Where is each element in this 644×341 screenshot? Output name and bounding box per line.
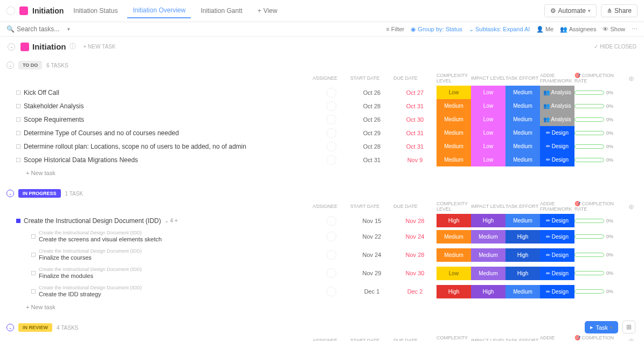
- collapse-icon[interactable]: ⌄: [6, 324, 14, 331]
- due-date[interactable]: Oct 31: [393, 103, 437, 109]
- complexity-tag[interactable]: High: [437, 214, 471, 227]
- filter-chip[interactable]: ≡ Filter: [386, 26, 404, 32]
- status-pill[interactable]: IN PROGRESS: [18, 189, 61, 198]
- start-date[interactable]: Oct 28: [350, 143, 393, 150]
- task-row[interactable]: Scope Requirements Oct 26 Oct 30 Medium …: [5, 113, 639, 126]
- due-date[interactable]: Oct 31: [393, 143, 437, 150]
- add-column-icon[interactable]: ⊕: [626, 74, 636, 82]
- addie-tag[interactable]: ✏ Design: [540, 214, 574, 227]
- completion[interactable]: 0%: [574, 270, 626, 276]
- completion[interactable]: 0%: [574, 234, 626, 239]
- collapse-icon[interactable]: ⌄: [6, 61, 14, 69]
- add-column-icon[interactable]: ⊕: [626, 337, 636, 342]
- completion[interactable]: 0%: [574, 90, 626, 95]
- effort-tag[interactable]: Medium: [505, 86, 540, 99]
- impact-tag[interactable]: High: [471, 285, 505, 298]
- completion[interactable]: 0%: [574, 130, 626, 136]
- task-row[interactable]: Create the Instructional Design Document…: [5, 214, 639, 227]
- effort-tag[interactable]: Medium: [505, 285, 540, 298]
- me-chip[interactable]: 👤 Me: [536, 26, 553, 33]
- completion[interactable]: 0%: [574, 144, 626, 149]
- effort-tag[interactable]: Medium: [505, 214, 540, 227]
- effort-tag[interactable]: High: [505, 248, 540, 262]
- due-date[interactable]: Oct 27: [393, 89, 437, 96]
- groupby-chip[interactable]: ◉ Group by: Status: [411, 26, 462, 33]
- add-column-icon[interactable]: ⊕: [626, 203, 636, 211]
- assignee-avatar[interactable]: [327, 142, 336, 151]
- start-date[interactable]: Nov 24: [350, 252, 393, 258]
- start-date[interactable]: Oct 28: [350, 103, 393, 109]
- start-date[interactable]: Oct 26: [350, 116, 393, 123]
- share-button[interactable]: ⋔ Share: [601, 4, 638, 17]
- assignee-avatar[interactable]: [327, 115, 336, 124]
- task-row[interactable]: Scope Historical Data Migrations Needs O…: [5, 153, 639, 166]
- impact-tag[interactable]: Low: [471, 86, 505, 99]
- assignee-avatar[interactable]: [327, 232, 336, 241]
- addie-tag[interactable]: ✏ Design: [540, 285, 574, 298]
- tab-overview[interactable]: Initiation Overview: [127, 3, 191, 18]
- task-row[interactable]: Create the Instructional Design Document…: [5, 264, 639, 282]
- impact-tag[interactable]: Medium: [471, 230, 505, 243]
- completion[interactable]: 0%: [574, 157, 626, 163]
- due-date[interactable]: Nov 9: [393, 157, 437, 163]
- complexity-tag[interactable]: Medium: [437, 153, 471, 166]
- task-row[interactable]: Kick Off Call Oct 26 Oct 27 Low Low Medi…: [5, 86, 639, 99]
- completion[interactable]: 0%: [574, 289, 626, 294]
- grid-float-icon[interactable]: ⊞: [622, 321, 635, 333]
- new-task-float[interactable]: ▸ Task ▾: [585, 321, 618, 333]
- complexity-tag[interactable]: Medium: [437, 248, 471, 262]
- effort-tag[interactable]: High: [505, 267, 540, 280]
- assignee-avatar[interactable]: [327, 250, 336, 260]
- due-date[interactable]: Dec 2: [393, 288, 437, 295]
- assignee-avatar[interactable]: [327, 268, 336, 278]
- subtasks-chip[interactable]: ⌄ Subtasks: Expand Al: [469, 26, 530, 33]
- task-row[interactable]: Create the Instructional Design Document…: [5, 227, 639, 246]
- completion[interactable]: 0%: [574, 252, 626, 258]
- completion[interactable]: 0%: [574, 117, 626, 122]
- start-date[interactable]: Oct 29: [350, 130, 393, 136]
- assignees-chip[interactable]: 👥 Assignees: [560, 26, 596, 33]
- addie-tag[interactable]: ✏ Design: [540, 140, 574, 153]
- due-date[interactable]: Oct 31: [393, 130, 437, 136]
- collapse-all-icon[interactable]: ⌄: [8, 43, 15, 51]
- due-date[interactable]: Nov 30: [393, 270, 437, 276]
- add-view[interactable]: + View: [252, 4, 283, 18]
- more-icon[interactable]: ⋯: [632, 26, 638, 33]
- complexity-tag[interactable]: Medium: [437, 126, 471, 140]
- addie-tag[interactable]: ✏ Design: [540, 248, 574, 262]
- addie-tag[interactable]: ✏ Design: [540, 126, 574, 140]
- start-date[interactable]: Nov 22: [350, 233, 393, 240]
- complexity-tag[interactable]: Medium: [437, 230, 471, 243]
- impact-tag[interactable]: Low: [471, 113, 505, 126]
- due-date[interactable]: Nov 24: [393, 233, 437, 240]
- task-row[interactable]: Create the Instructional Design Document…: [5, 282, 639, 301]
- automate-button[interactable]: ⚙ Automate ▾: [544, 4, 597, 17]
- complexity-tag[interactable]: Medium: [437, 99, 471, 113]
- complexity-tag[interactable]: Low: [437, 86, 471, 99]
- new-task-row[interactable]: + New task: [5, 301, 639, 314]
- effort-tag[interactable]: Medium: [505, 153, 540, 166]
- settings-icon[interactable]: [6, 6, 15, 15]
- task-row[interactable]: Create the Instructional Design Document…: [5, 246, 639, 264]
- effort-tag[interactable]: Medium: [505, 113, 540, 126]
- due-date[interactable]: Nov 28: [393, 252, 437, 258]
- task-row[interactable]: Determine rollout plan: Locations, scope…: [5, 140, 639, 153]
- collapse-icon[interactable]: ⌄: [6, 190, 14, 197]
- task-row[interactable]: Stakeholder Analysis Oct 28 Oct 31 Mediu…: [5, 99, 639, 113]
- assignee-avatar[interactable]: [327, 287, 336, 296]
- effort-tag[interactable]: Medium: [505, 99, 540, 113]
- impact-tag[interactable]: Low: [471, 99, 505, 113]
- addie-tag[interactable]: 👥 Analysis: [540, 113, 574, 126]
- completion[interactable]: 0%: [574, 218, 626, 224]
- addie-tag[interactable]: ✏ Design: [540, 153, 574, 166]
- status-pill[interactable]: TO DO: [18, 61, 42, 69]
- assignee-avatar[interactable]: [327, 88, 336, 98]
- show-chip[interactable]: 👁 Show: [603, 26, 625, 32]
- search-input[interactable]: 🔍 ▾: [6, 25, 82, 33]
- assignee-avatar[interactable]: [327, 155, 336, 165]
- effort-tag[interactable]: Medium: [505, 140, 540, 153]
- complexity-tag[interactable]: High: [437, 285, 471, 298]
- addie-tag[interactable]: 👥 Analysis: [540, 86, 574, 99]
- start-date[interactable]: Dec 1: [350, 288, 393, 295]
- tab-gantt[interactable]: Initiation Gantt: [195, 4, 247, 18]
